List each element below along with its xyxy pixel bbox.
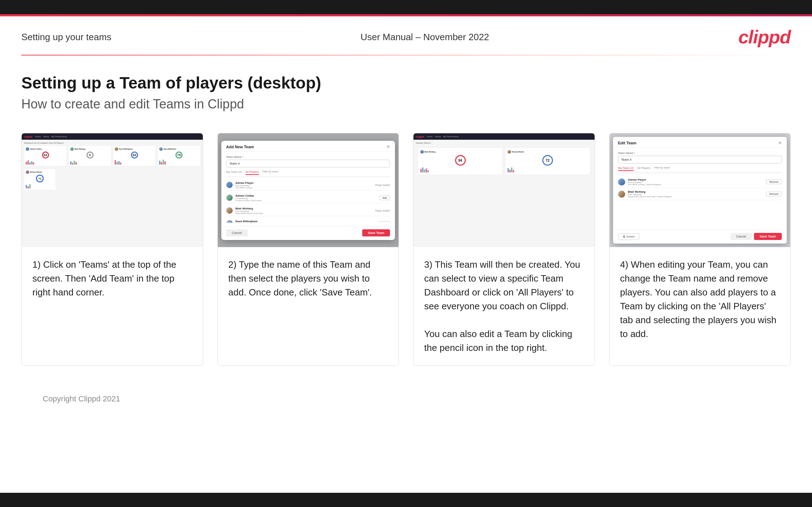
page-footer: Copyright Clippd 2021 [21, 387, 791, 411]
player-added-label: Player Added [375, 184, 390, 186]
mock-player-card-1: Adrian Collins 84 [24, 145, 67, 166]
card-1-text: 1) Click on 'Teams' at the top of the sc… [22, 247, 203, 365]
modal-overlay-2: Add New Team ✕ Team Name * Team A My Tea… [218, 133, 399, 247]
mock-team-grid-3: Blair McHarg 94 [416, 145, 592, 177]
list-item: Adrian Player Plus Handicap The Shire Lo… [226, 180, 390, 191]
card-2-text: 2) Type the name of this Team and then s… [218, 247, 399, 365]
card-4-screenshot: Edit Team ✕ Team Name * Team A My Team (… [610, 133, 791, 247]
team-name-label-2: Team Name * [226, 155, 390, 159]
bottom-bar [0, 493, 812, 507]
card-3-screenshot: clippd Home Teams My Performance Viewing… [413, 133, 595, 247]
header-section-title: Setting up your teams [21, 32, 111, 43]
edit-tab-all-players[interactable]: All Players [637, 166, 651, 171]
list-item: Adrian Coliba 1.5 Handicap Central Londo… [226, 193, 390, 203]
player-add-btn[interactable]: Add [379, 196, 390, 200]
modal-header-2: Add New Team ✕ [221, 141, 395, 152]
page-content: Setting up a Team of players (desktop) H… [0, 55, 812, 425]
mock-title-row-3: Viewing Team A [416, 142, 592, 144]
mock-players-grid-1: Adrian Collins 84 [24, 145, 201, 166]
mock-nav-3: clippd Home Teams My Performance [413, 133, 595, 140]
edit-modal-close-btn[interactable]: ✕ [778, 140, 782, 145]
modal-footer-right: Cancel Save Team [731, 233, 782, 240]
card-1: clippd Home Teams My Performance Viewing… [21, 133, 203, 366]
cards-grid: clippd Home Teams My Performance Viewing… [21, 133, 791, 366]
mock-logo-1: clippd [24, 135, 32, 138]
modal-body-2: Team Name * Team A My Team (2) All Playe… [221, 152, 395, 226]
player-list-2: Adrian Player Plus Handicap The Shire Lo… [226, 180, 390, 223]
card-1-screenshot: clippd Home Teams My Performance Viewing… [22, 133, 203, 247]
player-info: Adrian Coliba 1.5 Handicap Central Londo… [236, 194, 376, 202]
player-info: Dave Billingham 3.5 Handicap The Ding Ma… [236, 220, 376, 223]
card-3-text-part2: You can also edit a Team by clicking the… [424, 329, 572, 353]
mock-team-card-1: Blair McHarg 94 [418, 148, 503, 175]
player-add-btn[interactable]: Add [379, 221, 390, 223]
mock-title-row-1: Viewing 8 out of 8 players from All Play… [24, 142, 201, 144]
header-manual-title: User Manual – November 2022 [360, 32, 489, 43]
player-info: Blair McHarg Plus Handicap Royal North D… [236, 207, 373, 214]
card-3: clippd Home Teams My Performance Viewing… [413, 133, 595, 366]
add-new-team-modal: Add New Team ✕ Team Name * Team A My Tea… [221, 141, 395, 240]
modal-footer-2: Cancel Save Team [221, 226, 395, 240]
mock-player-card-3: Dave Billingham 94 [113, 145, 156, 166]
modal-overlay-4: Edit Team ✕ Team Name * Team A My Team (… [610, 133, 791, 247]
modal-close-btn-2[interactable]: ✕ [386, 144, 390, 149]
mock-nav-items-3: Home Teams My Performance [427, 135, 459, 138]
edit-modal-title: Edit Team [618, 141, 637, 145]
header: Setting up your teams User Manual – Nove… [0, 16, 812, 55]
tab-my-team-2[interactable]: My Team (2) [226, 170, 242, 175]
mock-team-card-2: Richard Butler 72 [505, 148, 590, 175]
edit-team-name-label: Team Name * [618, 151, 782, 155]
modal-cancel-btn-2[interactable]: Cancel [226, 229, 248, 236]
page-subtitle: How to create and edit Teams in Clippd [21, 97, 791, 112]
card-2-screenshot: Add New Team ✕ Team Name * Team A My Tea… [218, 133, 399, 247]
mock-player-card-4: Dave Billinham 78 [157, 145, 200, 166]
modal-title-2: Add New Team [226, 145, 254, 149]
card-3-text-part1: 3) This Team will then be created. You c… [424, 259, 580, 311]
edit-modal-footer: 🗑 Delete Cancel Save Team [613, 230, 787, 244]
mock-player-card-2: Blair McHarg 0 [68, 145, 111, 166]
page-title: Setting up a Team of players (desktop) [21, 73, 791, 92]
edit-modal-header: Edit Team ✕ [613, 137, 787, 148]
player-remove-btn-2[interactable]: Remove [766, 192, 782, 196]
tab-all-players-2[interactable]: All Players [246, 170, 259, 175]
player-added-label: Player Added [375, 209, 390, 212]
edit-team-modal: Edit Team ✕ Team Name * Team A My Team (… [613, 137, 787, 244]
list-item: Adrian Player Plus Handicap The Shire Lo… [618, 176, 782, 188]
list-item: Blair McHarg Plus Handicap Royal North D… [618, 188, 782, 200]
copyright-text: Copyright Clippd 2021 [43, 394, 120, 403]
modal-tabs-2: My Team (2) All Players Filter by name [226, 170, 390, 177]
edit-save-team-btn[interactable]: Save Team [754, 233, 782, 240]
edit-team-name-input[interactable]: Team A [618, 156, 782, 164]
list-item: Dave Billingham 3.5 Handicap The Ding Ma… [226, 218, 390, 223]
card-4: Edit Team ✕ Team Name * Team A My Team (… [609, 133, 791, 366]
list-item: Blair McHarg Plus Handicap Royal North D… [226, 206, 390, 216]
edit-modal-body: Team Name * Team A My Team (2) All Playe… [613, 148, 787, 230]
card-4-text: 4) When editing your Team, you can chang… [610, 247, 791, 365]
card-2: Add New Team ✕ Team Name * Team A My Tea… [217, 133, 399, 366]
edit-player-info-1: Adrian Player Plus Handicap The Shire Lo… [628, 178, 763, 186]
edit-tab-my-team[interactable]: My Team (2) [618, 166, 634, 171]
mock-logo-3: clippd [416, 135, 424, 138]
trash-icon: 🗑 [623, 235, 626, 238]
filter-by-name-2[interactable]: Filter by name [263, 170, 278, 175]
edit-cancel-btn[interactable]: Cancel [731, 233, 752, 240]
player-info: Adrian Player Plus Handicap The Shire Lo… [236, 181, 373, 189]
player-remove-btn-1[interactable]: Remove [766, 180, 782, 184]
top-bar [0, 0, 812, 14]
edit-modal-tabs: My Team (2) All Players Filter by name [618, 166, 782, 173]
mock-nav-items-1: Home Teams My Performance [35, 135, 67, 138]
card-3-text: 3) This Team will then be created. You c… [413, 247, 595, 365]
delete-team-btn[interactable]: 🗑 Delete [618, 233, 639, 240]
mock-nav-1: clippd Home Teams My Performance [22, 133, 203, 140]
team-name-input-2[interactable]: Team A [226, 160, 390, 167]
modal-save-btn-2[interactable]: Save Team [362, 229, 390, 236]
mock-player-card-5: Richard Butler 72 [24, 169, 56, 190]
logo: clippd [738, 26, 791, 48]
edit-filter[interactable]: Filter by name [654, 166, 670, 171]
edit-player-info-2: Blair McHarg Plus Handicap Royal North D… [628, 190, 763, 198]
